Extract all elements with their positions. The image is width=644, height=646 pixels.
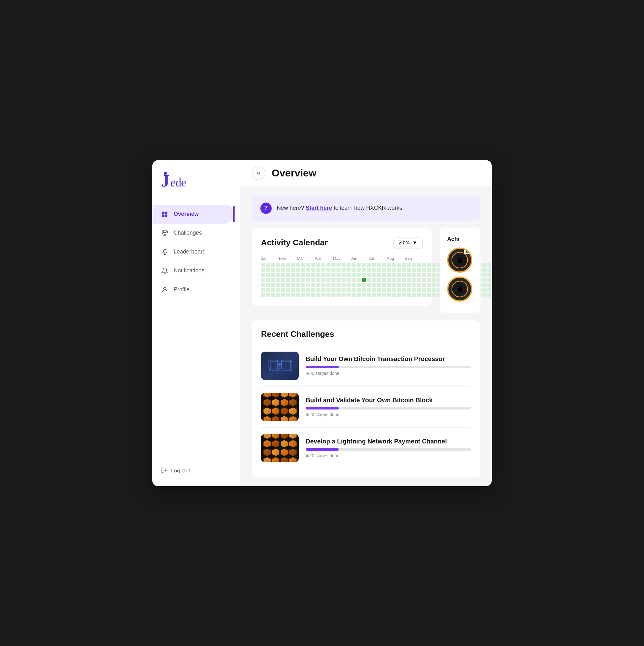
cal-cell	[356, 288, 361, 292]
cal-cell	[291, 267, 295, 272]
cal-cell	[427, 267, 431, 272]
progress-bar-bg-3	[306, 448, 471, 451]
calendar-row: Activity Calendar 2024 ▼ JanFebMarAprMay…	[251, 228, 480, 313]
cal-cell	[387, 262, 391, 267]
cal-cell	[321, 293, 325, 297]
achievement-badge-2[interactable]: 🖥	[447, 277, 472, 302]
year-value: 2024	[399, 240, 410, 246]
sidebar-item-challenges[interactable]: Challenges	[152, 224, 234, 242]
cal-cell	[482, 267, 487, 272]
cal-cell	[427, 288, 431, 292]
cal-cell	[321, 273, 325, 277]
svg-rect-5	[162, 214, 165, 216]
cal-cell	[271, 293, 275, 297]
challenge-item-1[interactable]: Build Your Own Bitcoin Transaction Proce…	[261, 345, 471, 387]
challenge-item-3[interactable]: Develop a Lightning Network Payment Chan…	[261, 428, 471, 468]
cal-cell	[361, 293, 366, 297]
cal-cell	[361, 278, 366, 282]
cal-cell	[432, 293, 436, 297]
cal-cell	[377, 288, 381, 292]
calendar-row-1	[261, 267, 423, 272]
cal-cell	[361, 288, 366, 292]
cal-cell	[271, 267, 275, 272]
cal-cell	[331, 293, 335, 297]
cal-cell	[367, 262, 371, 267]
activity-calendar-card: Activity Calendar 2024 ▼ JanFebMarAprMay…	[251, 228, 432, 306]
cal-cell	[427, 273, 431, 277]
cal-cell	[397, 262, 401, 267]
sidebar-item-notifications[interactable]: Notifications	[152, 261, 234, 280]
cal-cell	[397, 293, 401, 297]
banner-link[interactable]: Start here	[306, 205, 332, 211]
cal-cell	[361, 262, 366, 267]
cal-cell	[301, 267, 305, 272]
cal-cell	[341, 288, 346, 292]
sidebar-item-overview[interactable]: Overview	[152, 205, 234, 224]
cal-cell	[392, 273, 396, 277]
page-title: Overview	[272, 167, 316, 179]
info-icon: ?	[260, 203, 272, 214]
cal-cell	[397, 288, 401, 292]
banner-post-text: to learn how HXCKR works.	[334, 205, 404, 211]
cal-cell	[346, 293, 351, 297]
cal-cell	[387, 273, 391, 277]
cal-cell	[412, 267, 416, 272]
challenges-icon	[161, 229, 169, 237]
cal-cell	[392, 293, 396, 297]
recent-challenges-title: Recent Challenges	[261, 329, 471, 339]
cal-cell	[417, 283, 421, 287]
cal-cell	[377, 283, 381, 287]
cal-cell	[482, 293, 487, 297]
cal-cell	[422, 278, 426, 282]
cal-cell	[266, 273, 270, 277]
cal-cell	[351, 288, 356, 292]
cal-cell	[427, 262, 431, 267]
badge-icon-2: 🖥	[456, 285, 463, 294]
logout-button[interactable]: Log Out	[161, 467, 231, 475]
cal-cell	[291, 273, 295, 277]
cal-cell	[361, 267, 366, 272]
cal-cell	[372, 278, 376, 282]
cal-cell	[417, 278, 421, 282]
cal-cell	[306, 262, 310, 267]
sidebar-item-label: Profile	[174, 286, 190, 293]
cal-cell	[276, 278, 280, 282]
cal-cell	[417, 273, 421, 277]
collapse-sidebar-button[interactable]	[251, 167, 265, 180]
cal-cell	[316, 262, 320, 267]
cal-cell	[336, 278, 340, 282]
sidebar-item-leaderboard[interactable]: Leaderboard	[152, 242, 234, 261]
cal-cell	[488, 267, 492, 272]
cal-cell	[301, 273, 305, 277]
progress-bar-fill-1	[306, 366, 339, 368]
cal-cell	[346, 273, 351, 277]
challenge-name-1: Build Your Own Bitcoin Transaction Proce…	[306, 355, 471, 363]
cal-cell	[372, 267, 376, 272]
sidebar-item-label: Leaderboard	[174, 248, 206, 255]
cal-cell	[402, 267, 406, 272]
logout-label: Log Out	[171, 468, 190, 474]
cal-cell	[286, 273, 290, 277]
app-logo: J ede	[161, 170, 199, 192]
cal-cell	[351, 293, 356, 297]
achievement-badge-1[interactable]: 🖥 3x	[447, 247, 472, 273]
cal-cell	[377, 262, 381, 267]
challenge-info-2: Build and Validate Your Own Bitcoin Bloc…	[306, 397, 471, 417]
cal-cell	[387, 293, 391, 297]
cal-cell	[316, 267, 320, 272]
progress-bar-fill-3	[306, 448, 339, 451]
cal-cell	[407, 262, 411, 267]
sidebar-item-profile[interactable]: Profile	[152, 280, 234, 299]
svg-rect-7	[163, 230, 166, 232]
cal-cell	[361, 273, 366, 277]
calendar-row-6	[261, 293, 423, 297]
dropdown-arrow-icon: ▼	[412, 240, 417, 246]
cal-cell	[356, 283, 361, 287]
cal-cell	[261, 288, 265, 292]
badge-icon-1: 🖥	[456, 256, 463, 264]
challenge-item-2[interactable]: Build and Validate Your Own Bitcoin Bloc…	[261, 387, 471, 428]
sidebar-item-label: Overview	[174, 211, 199, 217]
cal-cell	[382, 278, 386, 282]
cal-cell	[286, 267, 290, 272]
year-selector[interactable]: 2024 ▼	[393, 237, 423, 248]
